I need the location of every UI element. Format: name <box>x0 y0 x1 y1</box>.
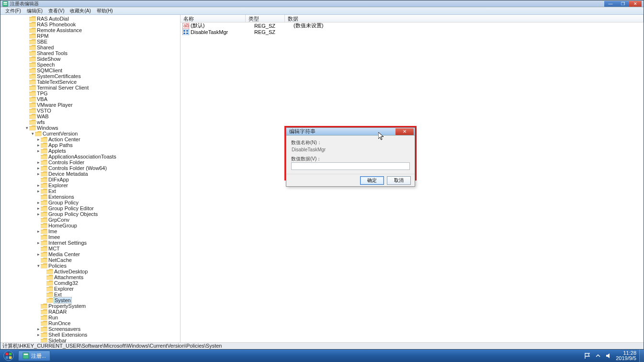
tree-node[interactable]: ActiveDesktop <box>1 269 180 274</box>
tree-node[interactable]: Shared <box>1 45 180 50</box>
tree-node[interactable]: MCT <box>1 246 180 251</box>
expand-icon[interactable]: ▸ <box>36 148 41 153</box>
expand-icon[interactable]: ▸ <box>36 327 41 331</box>
tree-node[interactable]: WAB <box>1 113 180 119</box>
tree-node[interactable]: PropertySystem <box>1 303 180 309</box>
ok-button[interactable]: 确定 <box>360 176 384 185</box>
col-type[interactable]: 类型 <box>246 15 285 22</box>
collapse-icon[interactable]: ▾ <box>30 131 35 136</box>
value-data-input[interactable] <box>291 162 410 170</box>
tree-node[interactable]: Terminal Server Client <box>1 85 180 90</box>
tree-node[interactable]: ▸Controls Folder (Wow64) <box>1 165 180 171</box>
taskbar-app-regedit[interactable]: 注册... <box>18 351 50 361</box>
expand-icon[interactable]: ▸ <box>36 206 41 211</box>
expand-icon[interactable]: ▸ <box>36 229 41 234</box>
tree-node[interactable]: ▸Device Metadata <box>1 171 180 177</box>
cancel-button[interactable]: 取消 <box>387 176 411 185</box>
tree-node[interactable]: ▸Controls Folder <box>1 159 180 165</box>
expand-icon[interactable]: ▸ <box>36 183 41 188</box>
registry-tree[interactable]: RAS AutoDialRAS PhonebookRemote Assistan… <box>0 15 181 342</box>
collapse-icon[interactable]: ▾ <box>24 125 29 130</box>
tree-node[interactable]: DIFxApp <box>1 177 180 182</box>
tree-node[interactable]: Ext <box>1 292 180 297</box>
tree-node[interactable]: Shared Tools <box>1 50 180 56</box>
tray-clock[interactable]: 11:28 2019/9/5 <box>616 351 636 361</box>
start-button[interactable] <box>0 350 17 362</box>
dialog-close-button[interactable]: ✕ <box>395 128 414 135</box>
expand-icon[interactable]: ▸ <box>36 240 41 245</box>
expand-icon[interactable]: ▸ <box>36 137 41 142</box>
tree-node[interactable]: RADAR <box>1 309 180 315</box>
tree-node[interactable]: SideShow <box>1 56 180 62</box>
list-row[interactable]: DisableTaskMgrREG_SZ <box>181 29 644 35</box>
tree-node[interactable]: Extensions <box>1 194 180 200</box>
tree-node[interactable]: ▸Explorer <box>1 182 180 188</box>
expand-icon[interactable]: ▸ <box>36 332 41 337</box>
tree-node[interactable]: ▸Shell Extensions <box>1 332 180 338</box>
col-data[interactable]: 数据 <box>285 15 644 22</box>
taskbar[interactable]: 注册... 11:28 2019/9/5 <box>0 350 644 362</box>
expand-icon[interactable]: ▸ <box>36 200 41 205</box>
tree-node[interactable]: ▸Group Policy Editor <box>1 205 180 211</box>
tree-node[interactable]: ▸Media Center <box>1 251 180 257</box>
expand-icon[interactable]: ▸ <box>36 171 41 176</box>
titlebar[interactable]: 注册表编辑器 — ❐ ✕ <box>0 0 644 7</box>
col-name[interactable]: 名称 <box>181 15 246 22</box>
tree-node[interactable]: RPM <box>1 33 180 39</box>
tree-node[interactable]: RAS Phonebook <box>1 22 180 27</box>
expand-icon[interactable]: ▸ <box>36 212 41 216</box>
tree-node[interactable]: ▸Action Center <box>1 136 180 142</box>
tree-node[interactable]: Explorer <box>1 286 180 292</box>
menu-file[interactable]: 文件(F) <box>2 8 24 14</box>
tree-node[interactable]: ▾Windows <box>1 125 180 131</box>
tree-node[interactable]: ▸Applets <box>1 148 180 154</box>
tree-node[interactable]: ▸Ime <box>1 228 180 234</box>
tree-node[interactable]: ▾Policies <box>1 263 180 269</box>
tree-node[interactable]: RunOnce <box>1 320 180 326</box>
menu-help[interactable]: 帮助(H) <box>94 8 116 14</box>
minimize-button[interactable]: — <box>604 1 617 7</box>
tree-node[interactable]: ApplicationAssociationToasts <box>1 154 180 159</box>
tree-node[interactable]: RAS AutoDial <box>1 16 180 22</box>
tree-node[interactable]: GrpConv <box>1 217 180 223</box>
menu-edit[interactable]: 编辑(E) <box>24 8 45 14</box>
dialog-titlebar[interactable]: 编辑字符串 ✕ <box>286 128 415 136</box>
list-row[interactable]: ab(默认)REG_SZ(数值未设置) <box>181 23 644 29</box>
tree-node[interactable]: Imee <box>1 234 180 240</box>
tree-node[interactable]: Run <box>1 315 180 320</box>
tree-node[interactable]: ▸Internet Settings <box>1 240 180 246</box>
tree-node[interactable]: Remote Assistance <box>1 27 180 33</box>
tree-node[interactable]: HomeGroup <box>1 223 180 228</box>
tree-node[interactable]: ▸App Paths <box>1 142 180 148</box>
tree-node[interactable]: TableTextService <box>1 79 180 85</box>
maximize-button[interactable]: ❐ <box>617 1 629 7</box>
expand-icon[interactable]: ▸ <box>36 143 41 147</box>
tree-node[interactable]: Attachments <box>1 274 180 280</box>
tree-node[interactable]: Speech <box>1 62 180 68</box>
tree-node[interactable]: NetCache <box>1 257 180 263</box>
expand-icon[interactable]: ▸ <box>36 166 41 170</box>
list-header[interactable]: 名称 类型 数据 <box>181 15 644 23</box>
system-tray[interactable]: 11:28 2019/9/5 <box>581 351 639 361</box>
tree-node[interactable]: ▸Group Policy <box>1 200 180 205</box>
tree-node[interactable]: wfs <box>1 119 180 125</box>
menu-view[interactable]: 查看(V) <box>45 8 67 14</box>
expand-icon[interactable]: ▸ <box>36 189 41 193</box>
tree-node[interactable]: SQMClient <box>1 68 180 73</box>
expand-icon[interactable]: ▸ <box>36 252 41 257</box>
tray-speaker-icon[interactable] <box>605 352 612 359</box>
tree-node[interactable]: VSTO <box>1 108 180 113</box>
tree-node[interactable]: ▸Group Policy Objects <box>1 211 180 217</box>
close-button[interactable]: ✕ <box>629 1 642 7</box>
collapse-icon[interactable]: ▾ <box>36 263 41 268</box>
tree-node[interactable]: Comdlg32 <box>1 280 180 286</box>
tree-node[interactable]: ▾CurrentVersion <box>1 131 180 136</box>
tray-chevron-icon[interactable] <box>595 352 601 359</box>
tree-node[interactable]: SBE <box>1 39 180 45</box>
show-desktop-button[interactable] <box>639 350 644 362</box>
tree-node[interactable]: VMware Player <box>1 102 180 108</box>
tree-node[interactable]: VBA <box>1 96 180 102</box>
tray-flag-icon[interactable] <box>584 352 591 359</box>
expand-icon[interactable]: ▸ <box>36 160 41 165</box>
tree-node[interactable]: SystemCertificates <box>1 73 180 79</box>
